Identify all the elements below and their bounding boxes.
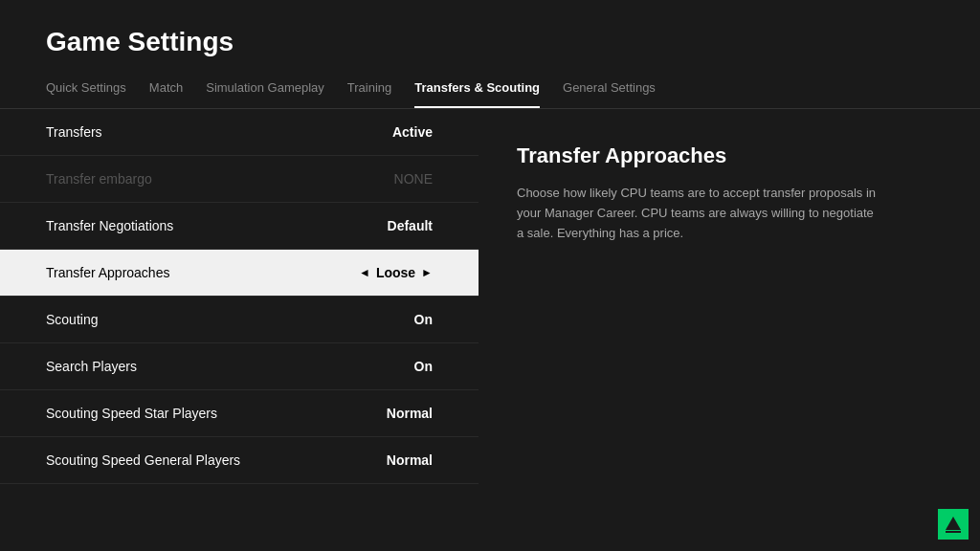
setting-row-search-players[interactable]: Search Players On — [0, 343, 479, 390]
setting-row-scouting[interactable]: Scouting On — [0, 297, 479, 343]
setting-label-scouting-speed-general: Scouting Speed General Players — [46, 452, 240, 468]
tab-match[interactable]: Match — [149, 73, 183, 108]
settings-list: Transfers Active Transfer embargo NONE T… — [0, 109, 479, 545]
tab-general-settings[interactable]: General Settings — [563, 73, 656, 108]
setting-label-transfer-embargo: Transfer embargo — [46, 171, 152, 187]
tab-training[interactable]: Training — [347, 73, 391, 108]
setting-row-scouting-speed-star[interactable]: Scouting Speed Star Players Normal — [0, 390, 479, 437]
detail-panel: Transfer Approaches Choose how likely CP… — [479, 109, 980, 545]
setting-label-transfers: Transfers — [46, 124, 102, 140]
setting-value-scouting: On — [414, 312, 433, 327]
setting-value-transfers: Active — [392, 124, 433, 140]
setting-value-transfer-approaches: ◄ Loose ► — [359, 265, 433, 280]
ea-logo — [938, 509, 969, 540]
ea-logo-inner — [946, 517, 961, 533]
arrow-left-icon[interactable]: ◄ — [359, 266, 370, 279]
setting-row-transfers[interactable]: Transfers Active — [0, 109, 479, 156]
tab-quick-settings[interactable]: Quick Settings — [46, 73, 126, 108]
setting-row-transfer-embargo: Transfer embargo NONE — [0, 156, 479, 203]
tab-transfers-scouting[interactable]: Transfers & Scouting — [414, 73, 540, 108]
setting-label-transfer-approaches: Transfer Approaches — [46, 265, 169, 280]
setting-row-scouting-speed-general[interactable]: Scouting Speed General Players Normal — [0, 437, 479, 484]
setting-value-scouting-speed-general: Normal — [387, 452, 433, 468]
page-title: Game Settings — [0, 0, 980, 73]
detail-description: Choose how likely CPU teams are to accep… — [517, 184, 880, 243]
setting-value-search-players: On — [414, 359, 433, 374]
setting-label-scouting-speed-star: Scouting Speed Star Players — [46, 406, 217, 421]
detail-title: Transfer Approaches — [517, 143, 942, 168]
arrow-right-icon[interactable]: ► — [421, 266, 433, 279]
nav-tabs: Quick Settings Match Simulation Gameplay… — [0, 73, 980, 109]
tab-simulation-gameplay[interactable]: Simulation Gameplay — [206, 73, 324, 108]
ea-line-icon — [946, 531, 961, 533]
setting-label-transfer-negotiations: Transfer Negotiations — [46, 218, 173, 233]
content-area: Transfers Active Transfer embargo NONE T… — [0, 109, 980, 545]
setting-value-transfer-embargo: NONE — [394, 171, 433, 187]
ea-triangle-icon — [946, 517, 961, 530]
setting-label-search-players: Search Players — [46, 359, 137, 374]
setting-row-transfer-approaches[interactable]: Transfer Approaches ◄ Loose ► — [0, 250, 479, 297]
setting-value-transfer-negotiations: Default — [388, 218, 433, 233]
setting-value-scouting-speed-star: Normal — [387, 406, 433, 421]
setting-row-transfer-negotiations[interactable]: Transfer Negotiations Default — [0, 203, 479, 250]
setting-label-scouting: Scouting — [46, 312, 98, 327]
